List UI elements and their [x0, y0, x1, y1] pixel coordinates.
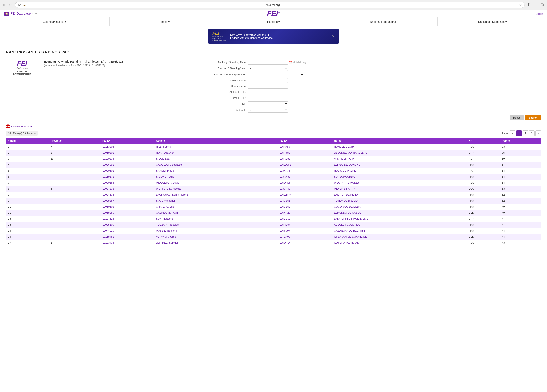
filter-section: FEI FÉDÉRATION ÉQUESTRE INTERNATIONALE E…	[6, 60, 541, 120]
table-row: 1110058250GAVRILOVIC, Cyril106XH28ELMUND…	[6, 210, 541, 216]
table-row: 410026091CAVAILLON, Sebastien106WC61ELIP…	[6, 162, 541, 168]
search-button[interactable]: Search	[525, 115, 541, 120]
nf-select[interactable]: -	[248, 101, 288, 106]
date-placeholder: dd/MM/yyyy	[293, 61, 306, 64]
table-row: 1510044029MASSIE, Benjamin106YV97CASANOV…	[6, 228, 541, 234]
site-topbar: 🏠 FEI Database 2.195 FEI™ Login	[0, 10, 547, 17]
ranking-title: Eventing - Olympic Ranking - All athlete…	[44, 60, 208, 63]
col-fei-id-horse[interactable]: FEI ID	[277, 138, 332, 144]
fei-logo-text: FEI™	[267, 9, 280, 18]
rankings-table: ↑ Rank Previous FEI ID Athlete FEI ID Ho…	[6, 138, 541, 246]
login-button[interactable]: Login	[536, 12, 543, 15]
table-row: 1710113806HILL, Sophia106AV59HUMBLE GLOR…	[6, 144, 541, 150]
table-row: 910004636LAGHOUAG, Karim Florent106WM74E…	[6, 192, 541, 198]
record-count: 144 Rank(s) / 3 Page(s)	[6, 131, 38, 136]
pdf-icon: PDF	[6, 124, 10, 128]
calendar-icon[interactable]: 📅	[288, 60, 293, 64]
new-tab-icon[interactable]: ＋	[534, 2, 538, 8]
ranking-year-select[interactable]: -	[248, 66, 288, 71]
nav-calendar-results[interactable]: Calendar/Results▾	[0, 17, 109, 26]
table-row: 2310019301HUA TIAN, Alex105PY82JILSONNE …	[6, 150, 541, 156]
page-title: RANKINGS AND STANDINGS PAGE	[6, 50, 541, 56]
banner-headline: New ways to advertise with the FEI Engag…	[230, 33, 328, 40]
download-row: PDF Download as PDF	[6, 124, 541, 128]
horse-name-field	[248, 84, 541, 89]
ranking-date-field: 📅 dd/MM/yyyy	[248, 60, 541, 65]
filter-form: Ranking / Standing Date 📅 dd/MM/yyyy Ran…	[214, 60, 541, 120]
table-row: 1510118451VERWIMP, Jarno107EA08KYBA VAN …	[6, 234, 541, 240]
lock-icon: 🔒	[23, 4, 26, 7]
reset-button[interactable]: Reset	[510, 115, 524, 120]
page-content: RANKINGS AND STANDINGS PAGE FEI FÉDÉRATI…	[0, 46, 547, 250]
ranking-number-field: -	[248, 72, 541, 77]
athlete-fei-id-field	[248, 90, 541, 94]
back-button[interactable]: ‹	[9, 3, 10, 7]
athlete-fei-id-label: Athlete FEI ID	[214, 91, 246, 93]
col-nf[interactable]: NF	[466, 138, 500, 144]
table-row: 1310005109TOUZAINT, Nicolas105FL48ABSOLU…	[6, 222, 541, 228]
ad-banner: FEI FÉDÉRATIONÉQUESTREINTERNATIONALE New…	[0, 27, 547, 46]
next-page-button[interactable]: ›	[535, 130, 541, 136]
table-row: 510119172SIMONET, Julie103RK33SURSUMCORD…	[6, 174, 541, 180]
col-previous[interactable]: Previous	[49, 138, 100, 144]
banner-content[interactable]: FEI FÉDÉRATIONÉQUESTREINTERNATIONALE New…	[208, 29, 339, 44]
version-badge: 2.195	[32, 13, 37, 15]
horse-name-input[interactable]	[248, 84, 288, 89]
table-row: 510020602SANDEI, Pietro103KF75RUBIS DE P…	[6, 168, 541, 174]
athlete-name-input[interactable]	[248, 78, 288, 83]
fei-filter-logo: FEI	[17, 60, 27, 67]
ranking-date-label: Ranking / Standing Date	[214, 61, 246, 64]
fei-center-logo: FEI™	[267, 9, 280, 18]
browser-chrome: ⊞ ‹ › AA 🔒 data.fei.org ↺ ⬆ ＋ ⧉	[0, 0, 547, 10]
page-3-button[interactable]: 3	[529, 130, 535, 136]
horse-fei-id-input[interactable]	[248, 96, 288, 100]
banner-logo-section: FEI FÉDÉRATIONÉQUESTREINTERNATIONALE	[212, 31, 226, 42]
horse-name-label: Horse Name	[214, 85, 246, 88]
tabs-icon[interactable]: ⧉	[541, 2, 544, 8]
nav-persons[interactable]: Persons▾	[219, 17, 328, 26]
col-points[interactable]: Points	[500, 138, 541, 144]
horse-fei-id-field	[248, 96, 541, 100]
ranking-year-field: -	[248, 66, 541, 71]
fei-db-logo[interactable]: 🏠 FEI Database 2.195	[4, 12, 37, 16]
table-row: 31910100334SIEGL, Lea105RV82VAN HELSING …	[6, 156, 541, 162]
forward-button[interactable]: ›	[11, 3, 13, 7]
col-rank[interactable]: ↑ Rank	[6, 138, 49, 144]
nf-label: NF	[214, 102, 246, 105]
db-title: FEI Database	[11, 12, 31, 15]
ranking-number-select[interactable]: -	[248, 72, 304, 77]
nav-national-federations[interactable]: National Federations	[328, 17, 438, 26]
col-athlete[interactable]: Athlete	[154, 138, 277, 144]
ranking-subtitle: (include validated results from 01/01/20…	[44, 64, 208, 67]
studbook-select[interactable]: -	[248, 108, 288, 113]
ranking-date-input[interactable]	[248, 60, 288, 65]
filter-buttons: Reset Search	[214, 115, 541, 120]
nav-rankings-standings[interactable]: Rankings / Standings▾	[438, 17, 547, 26]
athlete-name-field	[248, 78, 541, 83]
main-nav: Calendar/Results▾ Horses▾ Persons▾ Natio…	[0, 17, 547, 27]
ranking-number-label: Ranking / Standing Number	[214, 73, 246, 76]
col-horse[interactable]: Horse	[332, 138, 466, 144]
text-size-icon: AA	[18, 4, 21, 7]
athlete-name-label: Athlete Name	[214, 79, 246, 82]
table-row: 17110103434JEFFREE, Samuel105OP14KOYUNA …	[6, 240, 541, 246]
ranking-year-label: Ranking / Standing Year	[214, 67, 246, 70]
col-fei-id-athlete[interactable]: FEI ID	[100, 138, 154, 144]
table-row: 1310107525SUN, Huadong105EG02LADY CHIN V…	[6, 216, 541, 222]
athlete-fei-id-input[interactable]	[248, 90, 288, 94]
nav-horses[interactable]: Horses▾	[109, 17, 219, 26]
fei-filter-org: FÉDÉRATION ÉQUESTRE INTERNATIONALE	[13, 67, 31, 76]
page-1-button[interactable]: 1	[516, 130, 522, 136]
prev-page-button[interactable]: ‹	[510, 130, 515, 136]
address-bar[interactable]: AA 🔒 data.fei.org ↺	[15, 2, 525, 8]
reload-icon[interactable]: ↺	[519, 3, 522, 7]
banner-close-icon[interactable]: ✕	[332, 34, 335, 38]
horse-fei-id-label: Horse FEI ID	[214, 96, 246, 100]
table-row: 910028357SIX, Christopher104CS51TOTEM DE…	[6, 198, 541, 204]
sidebar-toggle-icon[interactable]: ⊞	[3, 3, 6, 7]
download-pdf-link[interactable]: Download as PDF	[11, 125, 32, 128]
home-icon: 🏠	[4, 12, 9, 16]
studbook-label: Studbook	[214, 109, 246, 112]
page-2-button[interactable]: 2	[523, 130, 528, 136]
share-icon[interactable]: ⬆	[527, 2, 531, 8]
